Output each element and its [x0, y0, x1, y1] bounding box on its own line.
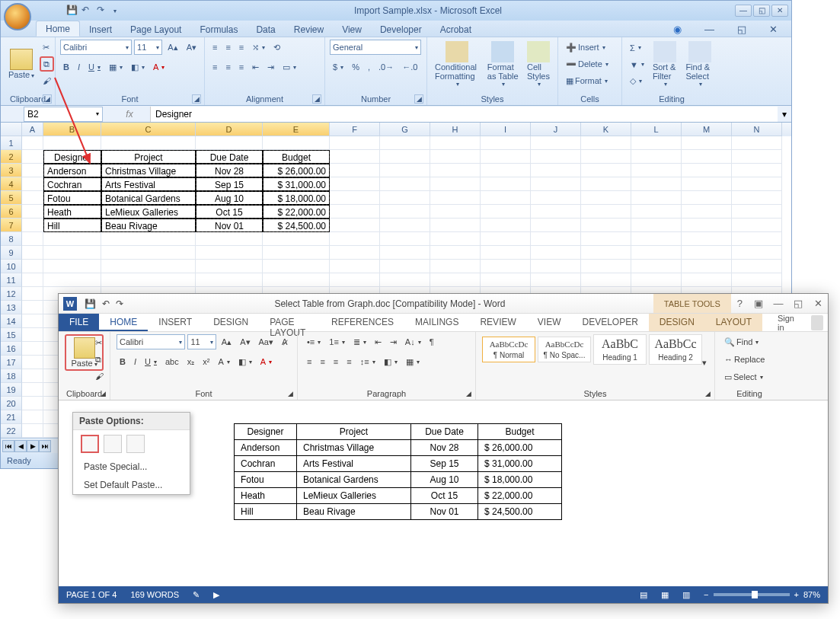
bold-button[interactable]: B	[60, 59, 72, 75]
word-styles-dialog-launcher[interactable]: ◢	[705, 390, 711, 397]
word-redo-icon[interactable]: ↷	[113, 296, 126, 311]
cell[interactable]	[22, 246, 43, 260]
word-subscript[interactable]: x₂	[184, 354, 198, 369]
style-item[interactable]: AaBbCcDc ¶ Normal	[482, 337, 535, 362]
row-header[interactable]: 19	[1, 383, 22, 397]
column-header[interactable]: H	[430, 123, 481, 136]
office-button[interactable]	[4, 3, 31, 30]
format-painter-button[interactable]: 🖌	[40, 73, 54, 88]
word-count[interactable]: 169 WORDS	[130, 590, 179, 599]
cell[interactable]	[330, 232, 380, 246]
cell[interactable]	[531, 136, 581, 150]
word-table-cell[interactable]: Hill	[235, 504, 297, 520]
align-right-button[interactable]: ≡	[236, 59, 247, 75]
cell[interactable]	[330, 260, 380, 273]
cell[interactable]	[531, 260, 581, 273]
word-table-cell[interactable]: Beau Rivage	[297, 504, 411, 520]
row-header[interactable]: 4	[1, 177, 22, 191]
cell[interactable]	[22, 301, 43, 314]
word-table-cell[interactable]: Oct 15	[411, 488, 478, 504]
column-header[interactable]: I	[481, 123, 531, 136]
word-table-cell[interactable]: Arts Festival	[297, 456, 411, 472]
orientation-button[interactable]: ⤭	[249, 40, 268, 55]
row-header[interactable]: 2	[1, 150, 22, 164]
cell[interactable]	[380, 150, 430, 164]
font-dialog-launcher[interactable]: ◢	[192, 94, 201, 104]
word-close-button[interactable]: ✕	[808, 298, 828, 309]
italic-button[interactable]: I	[75, 59, 83, 75]
word-copy-button[interactable]: ⧉	[92, 352, 107, 367]
cell[interactable]	[581, 136, 631, 150]
cell[interactable]	[581, 191, 631, 205]
help-icon[interactable]: ◉	[664, 21, 691, 37]
format-cells-button[interactable]: ▦ Format	[563, 73, 617, 88]
word-inc-indent[interactable]: ⇥	[387, 334, 400, 349]
cell[interactable]	[682, 246, 732, 260]
cell[interactable]	[531, 273, 581, 287]
paste-button[interactable]: Paste	[5, 47, 37, 81]
comma-button[interactable]: ,	[365, 59, 373, 75]
tab-data[interactable]: Data	[247, 22, 284, 37]
cell[interactable]	[631, 232, 682, 246]
conditional-formatting-button[interactable]: Conditional Formatting	[432, 40, 482, 89]
cell[interactable]	[732, 150, 782, 164]
cell[interactable]	[22, 136, 43, 150]
tab-review[interactable]: Review	[285, 22, 333, 37]
cell[interactable]	[430, 219, 481, 232]
font-size-combo[interactable]: 11	[134, 40, 162, 55]
paste-special-item[interactable]: Paste Special...	[73, 458, 190, 476]
cell[interactable]	[196, 273, 263, 287]
row-header[interactable]: 22	[1, 424, 22, 438]
cell[interactable]	[531, 177, 581, 191]
cell[interactable]: Aug 10	[196, 191, 263, 205]
cell[interactable]: Project	[101, 150, 196, 164]
insert-cells-button[interactable]: ➕ Insert	[563, 40, 617, 55]
cell[interactable]: Botanical Gardens	[101, 191, 196, 205]
cell[interactable]	[43, 260, 101, 273]
zoom-in-button[interactable]: +	[794, 590, 799, 599]
cell[interactable]	[732, 205, 782, 219]
word-table-cell[interactable]: Fotou	[235, 472, 297, 488]
paste-text-only-icon[interactable]	[126, 435, 145, 453]
align-top-button[interactable]: ≡	[209, 40, 220, 55]
bullets-button[interactable]: •≡	[304, 334, 324, 349]
prev-sheet-button[interactable]: ◀	[14, 440, 27, 452]
restore-button[interactable]: ◱	[753, 5, 770, 17]
cell[interactable]	[430, 205, 481, 219]
word-table-cell[interactable]: LeMieux Galleries	[297, 488, 411, 504]
cell[interactable]	[481, 205, 531, 219]
minimize-button[interactable]: —	[735, 5, 752, 17]
row-header[interactable]: 1	[1, 136, 22, 150]
cell[interactable]	[43, 136, 101, 150]
word-font-name[interactable]: Calibri	[117, 334, 185, 349]
cell[interactable]	[330, 177, 380, 191]
cell[interactable]	[682, 191, 732, 205]
cell[interactable]	[531, 150, 581, 164]
cell[interactable]	[22, 205, 43, 219]
redo-icon[interactable]: ↷	[94, 3, 106, 18]
row-header[interactable]: 3	[1, 164, 22, 177]
column-header[interactable]: B	[43, 123, 101, 136]
zoom-level[interactable]: 87%	[803, 590, 820, 599]
cell[interactable]	[732, 246, 782, 260]
row-header[interactable]: 13	[1, 301, 22, 314]
word-minimize-button[interactable]: —	[768, 298, 788, 309]
undo-icon[interactable]: ↶	[78, 3, 91, 18]
cell[interactable]: $ 31,000.00	[263, 177, 330, 191]
cell[interactable]	[430, 246, 481, 260]
cell[interactable]	[682, 273, 732, 287]
cell[interactable]	[682, 205, 732, 219]
increase-indent-button[interactable]: ⇥	[264, 59, 277, 75]
cell[interactable]	[101, 273, 196, 287]
cell[interactable]: Oct 15	[196, 205, 263, 219]
clipboard-dialog-launcher[interactable]: ◢	[43, 94, 52, 104]
cell[interactable]	[380, 273, 430, 287]
cell[interactable]	[196, 260, 263, 273]
line-spacing-button[interactable]: ↕≡	[357, 354, 378, 369]
column-header[interactable]: G	[380, 123, 430, 136]
percent-button[interactable]: %	[349, 59, 363, 75]
cell[interactable]	[43, 246, 101, 260]
align-bottom-button[interactable]: ≡	[236, 40, 247, 55]
word-table-cell[interactable]: Aug 10	[411, 472, 478, 488]
shrink-font-button[interactable]: A▾	[184, 40, 200, 55]
